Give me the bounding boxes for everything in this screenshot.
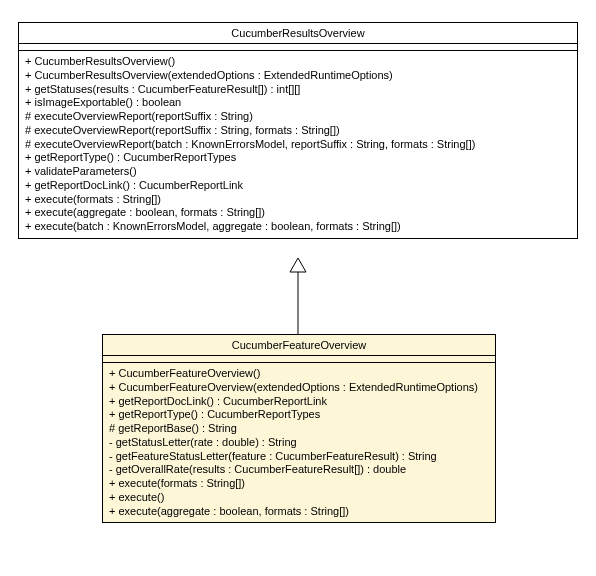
class-op-line: - getStatusLetter(rate : double) : Strin… (109, 436, 489, 450)
class-title-parent: CucumberResultsOverview (19, 23, 577, 44)
class-op-line: + getReportDocLink() : CucumberReportLin… (109, 395, 489, 409)
uml-diagram: CucumberResultsOverview + CucumberResult… (0, 0, 596, 576)
class-op-line: - getOverallRate(results : CucumberFeatu… (109, 463, 489, 477)
class-ops-child: + CucumberFeatureOverview()+ CucumberFea… (103, 363, 495, 522)
class-attrs-child (103, 356, 495, 363)
class-op-line: + CucumberFeatureOverview() (109, 367, 489, 381)
class-op-line: + execute(formats : String[]) (109, 477, 489, 491)
class-op-line: + execute(batch : KnownErrorsModel, aggr… (25, 220, 571, 234)
class-op-line: + getStatuses(results : CucumberFeatureR… (25, 83, 571, 97)
class-op-line: # executeOverviewReport(reportSuffix : S… (25, 110, 571, 124)
class-op-line: + getReportType() : CucumberReportTypes (109, 408, 489, 422)
class-op-line: # getReportBase() : String (109, 422, 489, 436)
class-op-line: + execute(aggregate : boolean, formats :… (109, 505, 489, 519)
svg-marker-1 (290, 258, 306, 272)
class-title-child: CucumberFeatureOverview (103, 335, 495, 356)
class-op-line: + execute(aggregate : boolean, formats :… (25, 206, 571, 220)
class-op-line: + CucumberResultsOverview(extendedOption… (25, 69, 571, 83)
class-op-line: + getReportType() : CucumberReportTypes (25, 151, 571, 165)
class-op-line: + CucumberResultsOverview() (25, 55, 571, 69)
uml-class-parent: CucumberResultsOverview + CucumberResult… (18, 22, 578, 239)
class-op-line: - getFeatureStatusLetter(feature : Cucum… (109, 450, 489, 464)
class-ops-parent: + CucumberResultsOverview()+ CucumberRes… (19, 51, 577, 238)
class-attrs-parent (19, 44, 577, 51)
class-op-line: # executeOverviewReport(reportSuffix : S… (25, 124, 571, 138)
class-op-line: + execute(formats : String[]) (25, 193, 571, 207)
class-op-line: + getReportDocLink() : CucumberReportLin… (25, 179, 571, 193)
class-op-line: + CucumberFeatureOverview(extendedOption… (109, 381, 489, 395)
class-op-line: + validateParameters() (25, 165, 571, 179)
class-op-line: + isImageExportable() : boolean (25, 96, 571, 110)
uml-class-child: CucumberFeatureOverview + CucumberFeatur… (102, 334, 496, 523)
class-op-line: # executeOverviewReport(batch : KnownErr… (25, 138, 571, 152)
class-op-line: + execute() (109, 491, 489, 505)
